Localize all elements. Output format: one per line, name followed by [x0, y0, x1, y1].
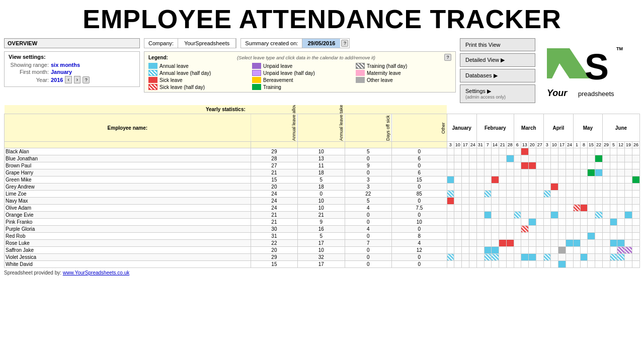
calendar-cell[interactable]	[528, 219, 536, 226]
calendar-cell[interactable]	[499, 247, 506, 254]
calendar-cell[interactable]	[624, 261, 632, 268]
calendar-cell[interactable]	[454, 162, 461, 169]
calendar-cell[interactable]	[447, 233, 454, 240]
calendar-cell[interactable]	[617, 169, 624, 176]
calendar-cell[interactable]	[595, 226, 602, 233]
calendar-cell[interactable]	[514, 184, 521, 191]
calendar-cell[interactable]	[528, 212, 536, 219]
calendar-cell[interactable]	[580, 176, 587, 184]
calendar-cell[interactable]	[461, 155, 469, 162]
calendar-cell[interactable]	[624, 254, 632, 261]
calendar-cell[interactable]	[506, 226, 514, 233]
calendar-cell[interactable]	[566, 205, 573, 212]
calendar-cell[interactable]	[566, 233, 573, 240]
calendar-cell[interactable]	[499, 233, 506, 240]
calendar-cell[interactable]	[617, 184, 624, 191]
calendar-cell[interactable]	[543, 148, 550, 155]
calendar-cell[interactable]	[543, 191, 550, 198]
calendar-cell[interactable]	[514, 226, 521, 233]
calendar-cell[interactable]	[550, 254, 558, 261]
calendar-cell[interactable]	[536, 254, 543, 261]
calendar-cell[interactable]	[536, 191, 543, 198]
calendar-cell[interactable]	[610, 219, 617, 226]
calendar-cell[interactable]	[499, 226, 506, 233]
calendar-cell[interactable]	[573, 240, 580, 247]
calendar-cell[interactable]	[521, 198, 528, 205]
calendar-cell[interactable]	[566, 226, 573, 233]
calendar-cell[interactable]	[624, 219, 632, 226]
calendar-cell[interactable]	[595, 191, 602, 198]
detailed-view-button[interactable]: Detailed View ▶	[460, 53, 535, 67]
calendar-cell[interactable]	[514, 233, 521, 240]
calendar-cell[interactable]	[595, 148, 602, 155]
calendar-cell[interactable]	[476, 240, 484, 247]
calendar-cell[interactable]	[536, 233, 543, 240]
calendar-cell[interactable]	[632, 240, 639, 247]
calendar-cell[interactable]	[580, 219, 587, 226]
calendar-cell[interactable]	[528, 191, 536, 198]
calendar-cell[interactable]	[521, 184, 528, 191]
calendar-cell[interactable]	[491, 240, 499, 247]
calendar-cell[interactable]	[536, 176, 543, 184]
calendar-cell[interactable]	[491, 176, 499, 184]
calendar-cell[interactable]	[461, 169, 469, 176]
calendar-cell[interactable]	[536, 261, 543, 268]
calendar-cell[interactable]	[491, 205, 499, 212]
calendar-cell[interactable]	[491, 254, 499, 261]
calendar-cell[interactable]	[610, 261, 617, 268]
calendar-cell[interactable]	[447, 155, 454, 162]
calendar-cell[interactable]	[447, 212, 454, 219]
calendar-cell[interactable]	[595, 261, 602, 268]
calendar-cell[interactable]	[461, 148, 469, 155]
calendar-cell[interactable]	[617, 198, 624, 205]
calendar-cell[interactable]	[491, 198, 499, 205]
calendar-cell[interactable]	[632, 184, 639, 191]
next-year-button[interactable]: ›	[74, 76, 80, 83]
calendar-cell[interactable]	[602, 226, 610, 233]
calendar-cell[interactable]	[476, 219, 484, 226]
calendar-cell[interactable]	[602, 219, 610, 226]
calendar-cell[interactable]	[587, 184, 595, 191]
calendar-cell[interactable]	[595, 169, 602, 176]
calendar-cell[interactable]	[461, 240, 469, 247]
calendar-cell[interactable]	[469, 184, 476, 191]
calendar-cell[interactable]	[602, 176, 610, 184]
calendar-cell[interactable]	[506, 162, 514, 169]
calendar-cell[interactable]	[499, 205, 506, 212]
calendar-cell[interactable]	[454, 176, 461, 184]
calendar-cell[interactable]	[461, 226, 469, 233]
calendar-cell[interactable]	[566, 162, 573, 169]
calendar-cell[interactable]	[587, 176, 595, 184]
calendar-cell[interactable]	[484, 148, 491, 155]
calendar-cell[interactable]	[506, 247, 514, 254]
calendar-cell[interactable]	[484, 198, 491, 205]
calendar-cell[interactable]	[514, 148, 521, 155]
calendar-cell[interactable]	[514, 205, 521, 212]
calendar-cell[interactable]	[580, 162, 587, 169]
calendar-cell[interactable]	[469, 261, 476, 268]
calendar-cell[interactable]	[521, 240, 528, 247]
calendar-cell[interactable]	[528, 254, 536, 261]
calendar-cell[interactable]	[617, 219, 624, 226]
calendar-cell[interactable]	[558, 198, 566, 205]
calendar-cell[interactable]	[476, 155, 484, 162]
calendar-cell[interactable]	[573, 219, 580, 226]
calendar-cell[interactable]	[580, 233, 587, 240]
calendar-cell[interactable]	[506, 169, 514, 176]
calendar-cell[interactable]	[447, 176, 454, 184]
calendar-cell[interactable]	[514, 191, 521, 198]
calendar-cell[interactable]	[580, 212, 587, 219]
calendar-cell[interactable]	[476, 198, 484, 205]
calendar-cell[interactable]	[491, 162, 499, 169]
calendar-cell[interactable]	[632, 198, 639, 205]
calendar-cell[interactable]	[499, 176, 506, 184]
calendar-cell[interactable]	[536, 198, 543, 205]
calendar-cell[interactable]	[550, 198, 558, 205]
calendar-cell[interactable]	[506, 212, 514, 219]
calendar-cell[interactable]	[528, 233, 536, 240]
calendar-cell[interactable]	[573, 205, 580, 212]
calendar-cell[interactable]	[454, 261, 461, 268]
calendar-cell[interactable]	[602, 254, 610, 261]
calendar-cell[interactable]	[506, 191, 514, 198]
calendar-cell[interactable]	[573, 176, 580, 184]
